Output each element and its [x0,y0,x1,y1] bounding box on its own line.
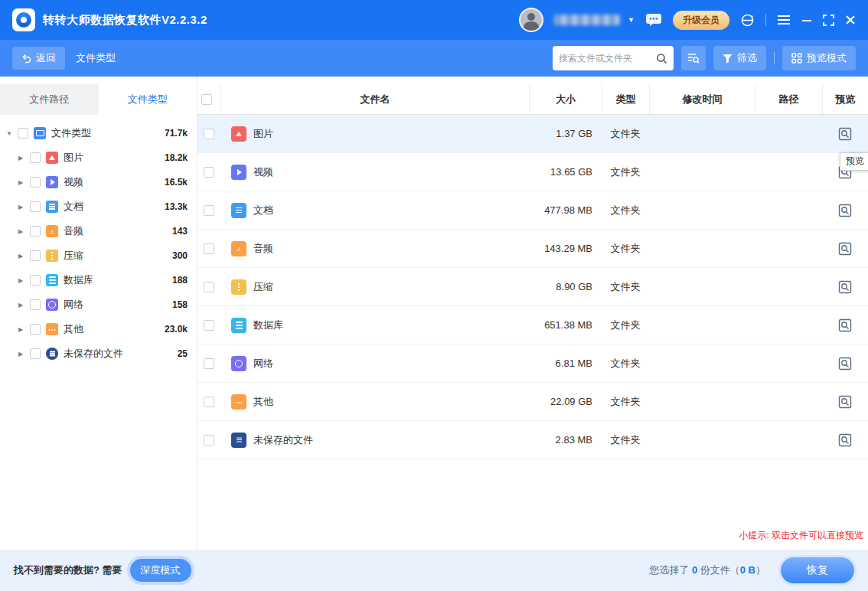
expand-arrow-icon[interactable]: ▼ [6,130,18,137]
hint-text: 小提示: 双击文件可以直接预览 [739,529,863,542]
file-size: 143.29 MB [529,243,602,254]
expand-arrow-icon[interactable]: ▶ [18,253,30,260]
expand-arrow-icon[interactable]: ▶ [18,302,30,309]
expand-arrow-icon[interactable]: ▶ [18,228,30,235]
file-type: 文件夹 [602,318,649,332]
col-header-filename[interactable]: 文件名 [220,84,529,114]
close-icon[interactable] [845,15,856,25]
col-header-path[interactable]: 路径 [755,84,822,114]
preview-icon[interactable] [838,318,852,332]
file-type: 文件夹 [602,357,649,371]
tree-item[interactable]: ▶ 文档 13.3k [0,194,197,219]
table-row[interactable]: 其他 22.09 GB 文件夹 [197,383,868,421]
doc-icon [46,201,58,213]
tree-checkbox[interactable] [30,177,41,188]
expand-arrow-icon[interactable]: ▶ [18,179,30,186]
tree-checkbox[interactable] [30,152,41,163]
row-checkbox[interactable] [204,320,214,331]
tree-checkbox[interactable] [30,201,41,212]
filter-search-icon[interactable] [681,46,706,70]
file-name: 压缩 [253,280,273,294]
maximize-icon[interactable] [823,15,834,26]
col-header-preview[interactable]: 预览 [822,84,868,114]
video-icon [231,165,246,180]
refresh-globe-icon[interactable] [740,13,755,28]
row-checkbox[interactable] [204,129,214,139]
row-checkbox[interactable] [204,167,214,178]
tree-item[interactable]: ▶ 视频 16.5k [0,170,197,194]
expand-arrow-icon[interactable]: ▶ [18,155,30,162]
file-size: 13.65 GB [529,166,602,178]
tree-item-label: 压缩 [64,249,172,263]
table-row[interactable]: 数据库 651.38 MB 文件夹 [197,306,868,344]
tree-item[interactable]: ▼ 文件类型 71.7k [0,121,197,145]
file-type: 文件夹 [602,204,649,217]
table-row[interactable]: 网络 6.81 MB 文件夹 [197,344,868,383]
table-row[interactable]: 图片 1.37 GB 文件夹 [197,115,868,153]
preview-icon[interactable] [838,357,852,371]
chevron-down-icon[interactable]: ▼ [628,16,635,24]
filter-button[interactable]: 筛选 [713,46,766,70]
file-name: 其他 [253,395,273,409]
preview-icon[interactable] [838,395,852,409]
tree-item[interactable]: ▶ 其他 23.0k [0,317,197,341]
search-icon[interactable] [656,53,667,64]
tree-item[interactable]: ▶ 音频 143 [0,219,197,243]
expand-arrow-icon[interactable]: ▶ [18,326,30,333]
tree-item[interactable]: ▶ 数据库 188 [0,268,197,292]
row-checkbox[interactable] [204,282,214,292]
filter-button-label: 筛选 [737,51,757,65]
table-row[interactable]: 视频 13.65 GB 文件夹 [197,153,868,191]
file-name: 未保存的文件 [253,433,313,447]
row-checkbox[interactable] [204,358,214,369]
expand-arrow-icon[interactable]: ▶ [18,277,30,284]
minimize-icon[interactable] [801,15,812,25]
expand-arrow-icon[interactable]: ▶ [18,351,30,358]
table-row[interactable]: 音频 143.29 MB 文件夹 [197,230,868,268]
deep-mode-button[interactable]: 深度模式 [130,559,191,582]
preview-icon[interactable] [838,433,852,447]
expand-arrow-icon[interactable]: ▶ [18,204,30,211]
recover-button[interactable]: 恢复 [781,557,854,583]
tree-item[interactable]: ▶ 未保存的文件 25 [0,341,197,366]
tree-checkbox[interactable] [30,348,41,359]
upgrade-vip-button[interactable]: 升级会员 [673,11,729,30]
col-header-type[interactable]: 类型 [602,84,649,114]
preview-mode-button[interactable]: 预览模式 [782,46,856,70]
tree-checkbox[interactable] [18,128,28,139]
tree-checkbox[interactable] [30,324,41,335]
tree-checkbox[interactable] [30,226,41,237]
tree-item[interactable]: ▶ 图片 18.2k [0,145,197,170]
tree-checkbox[interactable] [30,299,41,310]
table-row[interactable]: 压缩 8.90 GB 文件夹 [197,268,868,306]
back-button[interactable]: 返回 [12,47,65,70]
file-name: 图片 [253,127,273,141]
col-header-size[interactable]: 大小 [529,84,602,114]
preview-icon[interactable] [838,242,852,256]
row-checkbox[interactable] [204,243,214,254]
tab-file-path[interactable]: 文件路径 [0,84,99,115]
user-avatar[interactable] [519,8,543,32]
table-row[interactable]: 文档 477.98 MB 文件夹 [197,191,868,230]
tree-item-label: 网络 [64,298,172,312]
search-input[interactable] [559,53,651,64]
menu-icon[interactable] [777,15,791,25]
preview-icon[interactable] [838,280,852,294]
tree-item-count: 188 [172,275,188,286]
tree-checkbox[interactable] [30,275,41,286]
preview-icon[interactable] [838,204,852,217]
row-checkbox[interactable] [204,397,214,407]
tree-item[interactable]: ▶ 网络 158 [0,292,197,317]
db-icon [46,274,58,286]
table-row[interactable]: 未保存的文件 2.83 MB 文件夹 [197,421,868,459]
select-all-checkbox[interactable] [201,94,212,105]
col-header-mtime[interactable]: 修改时间 [649,84,755,114]
username-redacted[interactable] [554,15,620,25]
row-checkbox[interactable] [204,205,214,216]
tab-file-type[interactable]: 文件类型 [99,84,197,115]
row-checkbox[interactable] [204,435,214,446]
tree-item[interactable]: ▶ 压缩 300 [0,243,197,268]
tree-checkbox[interactable] [30,250,41,261]
message-icon[interactable] [645,13,662,27]
preview-icon[interactable] [838,127,852,141]
